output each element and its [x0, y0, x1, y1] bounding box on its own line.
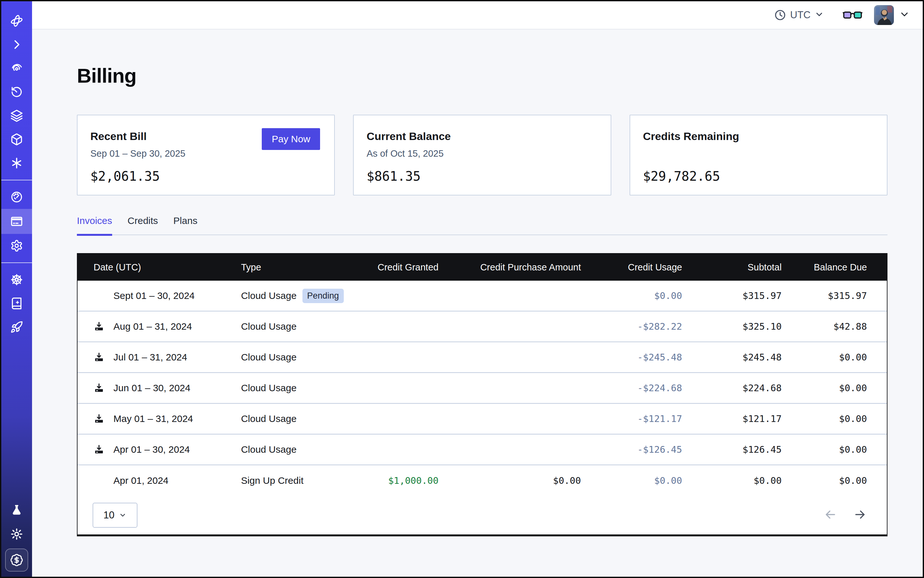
sidebar	[1, 1, 32, 577]
sidebar-bottom-group	[1, 498, 32, 577]
invoice-row[interactable]: Sept 01 – 30, 2024 Cloud Usage Pending $…	[78, 281, 887, 312]
sun-icon[interactable]	[10, 522, 23, 546]
invoice-type: Cloud Usage	[241, 352, 296, 363]
invoice-type: Cloud Usage	[241, 383, 296, 393]
clock-icon	[774, 9, 786, 21]
asterisk-icon[interactable]	[1, 151, 32, 175]
download-invoice-icon[interactable]	[94, 444, 114, 455]
invoice-date: Sept 01 – 30, 2024	[114, 290, 195, 301]
recent-bill-card: Recent Bill Sep 01 – Sep 30, 2025 $2,061…	[77, 115, 335, 195]
orbit-logo-icon[interactable]	[1, 9, 32, 32]
subtotal-value: $315.97	[685, 290, 785, 301]
summary-cards: Recent Bill Sep 01 – Sep 30, 2025 $2,061…	[77, 115, 887, 195]
spiral-eye-icon[interactable]	[1, 57, 32, 80]
page-title: Billing	[77, 64, 887, 87]
glasses-icon[interactable]	[843, 8, 862, 23]
invoice-date-cell: May 01 – 31, 2024	[78, 413, 238, 424]
balance-due-value: $315.97	[785, 290, 887, 301]
pay-now-button[interactable]: Pay Now	[262, 128, 320, 150]
credit-usage-value: -$224.68	[584, 383, 685, 393]
credit-usage-value: -$245.48	[584, 352, 685, 363]
subtotal-value: $121.17	[685, 413, 785, 424]
ship-wheel-icon[interactable]	[1, 268, 32, 292]
balance-due-value: $42.88	[785, 321, 887, 332]
credits-remaining-amount: $29,782.65	[643, 169, 874, 183]
column-header-credit-purchase: Credit Purchase Amount	[442, 262, 585, 273]
download-invoice-icon[interactable]	[94, 475, 114, 486]
current-balance-card: Current Balance As of Oct 15, 2025 $861.…	[353, 115, 611, 195]
invoice-date-cell: Sept 01 – 30, 2024	[78, 290, 238, 301]
rocket-icon[interactable]	[1, 315, 32, 339]
page-size-value: 10	[104, 510, 114, 521]
column-header-balance-due: Balance Due	[785, 262, 887, 273]
expand-sidebar-button[interactable]	[1, 32, 32, 57]
column-header-subtotal: Subtotal	[685, 262, 785, 273]
chevron-down-icon	[119, 511, 127, 519]
invoice-row[interactable]: Apr 01 – 30, 2024 Cloud Usage -$126.45 $…	[78, 435, 887, 465]
download-invoice-icon[interactable]	[94, 383, 114, 393]
invoice-date-cell: Jun 01 – 30, 2024	[78, 383, 238, 393]
content: Billing Recent Bill Sep 01 – Sep 30, 202…	[32, 29, 923, 577]
download-invoice-icon[interactable]	[94, 413, 114, 424]
subtotal-value: $325.10	[685, 321, 785, 332]
history-timer-icon[interactable]	[1, 80, 32, 104]
tab-credits[interactable]: Credits	[128, 215, 158, 235]
page-size-select[interactable]: 10	[93, 503, 138, 528]
tab-invoices[interactable]: Invoices	[77, 215, 112, 235]
layers-icon[interactable]	[1, 104, 32, 128]
invoice-date: Jul 01 – 31, 2024	[114, 352, 187, 363]
invoice-date: Apr 01, 2024	[114, 475, 169, 486]
book-sparkles-icon[interactable]	[1, 292, 32, 315]
table-body: Sept 01 – 30, 2024 Cloud Usage Pending $…	[78, 281, 887, 496]
table-footer: 10	[78, 496, 887, 534]
invoice-date: Aug 01 – 31, 2024	[114, 321, 192, 332]
download-invoice-icon[interactable]	[94, 352, 114, 363]
credit-granted-value: $1,000.00	[361, 475, 442, 486]
invoice-row[interactable]: Aug 01 – 31, 2024 Cloud Usage -$282.22 $…	[78, 312, 887, 342]
invoice-type-cell: Sign Up Credit	[238, 475, 361, 486]
credits-remaining-card: Credits Remaining $29,782.65	[630, 115, 887, 195]
sidebar-item-settings[interactable]	[1, 234, 32, 258]
usage-gauge-icon[interactable]	[1, 185, 32, 209]
sidebar-divider	[1, 262, 32, 263]
avatar[interactable]	[874, 5, 894, 25]
user-menu-chevron-icon[interactable]	[899, 9, 910, 21]
invoice-row[interactable]: Jun 01 – 30, 2024 Cloud Usage -$224.68 $…	[78, 373, 887, 404]
invoice-type: Cloud Usage	[241, 290, 296, 301]
balance-as-of: As of Oct 15, 2025	[367, 148, 598, 161]
subtotal-value: $126.45	[685, 444, 785, 455]
subtotal-value: $0.00	[685, 475, 785, 486]
balance-due-value: $0.00	[785, 352, 887, 363]
invoice-date: Apr 01 – 30, 2024	[114, 444, 190, 455]
timezone-selector[interactable]: UTC	[774, 9, 824, 21]
credit-usage-value: -$126.45	[584, 444, 685, 455]
invoice-type: Sign Up Credit	[241, 475, 304, 486]
flask-icon[interactable]	[10, 498, 23, 522]
previous-page-button[interactable]	[823, 508, 838, 523]
invoice-date: May 01 – 31, 2024	[114, 413, 193, 424]
sidebar-item-billing[interactable]	[1, 209, 32, 234]
card-title: Current Balance	[367, 130, 598, 143]
column-header-credit-granted: Credit Granted	[361, 262, 442, 273]
invoice-date-cell: Apr 01, 2024	[78, 475, 238, 486]
download-invoice-icon[interactable]	[94, 321, 114, 332]
billing-period: Sep 01 – Sep 30, 2025	[90, 148, 322, 161]
balance-due-value: $0.00	[785, 475, 887, 486]
invoice-row[interactable]: May 01 – 31, 2024 Cloud Usage -$121.17 $…	[78, 404, 887, 435]
dollar-badge-button[interactable]	[5, 549, 28, 572]
download-invoice-icon[interactable]	[94, 290, 114, 301]
invoice-type: Cloud Usage	[241, 321, 296, 332]
credit-usage-value: $0.00	[584, 475, 685, 486]
status-badge: Pending	[302, 289, 344, 303]
chevron-down-icon	[814, 10, 824, 21]
invoice-type-cell: Cloud Usage	[238, 352, 361, 363]
next-page-button[interactable]	[853, 508, 867, 523]
invoice-date: Jun 01 – 30, 2024	[114, 383, 190, 393]
box-icon[interactable]	[1, 128, 32, 151]
subtotal-value: $224.68	[685, 383, 785, 393]
invoice-type-cell: Cloud Usage Pending	[238, 289, 361, 303]
invoice-row[interactable]: Apr 01, 2024 Sign Up Credit $1,000.00 $0…	[78, 465, 887, 496]
invoice-row[interactable]: Jul 01 – 31, 2024 Cloud Usage -$245.48 $…	[78, 342, 887, 373]
invoice-date-cell: Aug 01 – 31, 2024	[78, 321, 238, 332]
tab-plans[interactable]: Plans	[173, 215, 197, 235]
